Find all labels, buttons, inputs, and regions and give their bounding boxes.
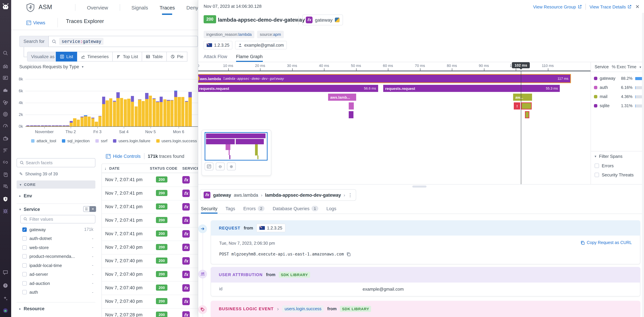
flame-minimap[interactable]: ⊖ ⊕ bbox=[202, 130, 271, 176]
chart-bar[interactable] bbox=[160, 96, 163, 126]
chart-bar[interactable] bbox=[73, 118, 76, 126]
checkbox[interactable] bbox=[22, 245, 27, 250]
table-row[interactable]: Nov 7, 2:07:40 pm200fx bbox=[102, 241, 198, 255]
flame-span-olive[interactable] bbox=[521, 102, 532, 109]
flame-span-![interactable]: ! bbox=[514, 102, 520, 109]
legend-item[interactable]: attack_tool bbox=[31, 139, 56, 143]
chat-icon[interactable] bbox=[3, 270, 8, 276]
chart-bar[interactable] bbox=[34, 125, 37, 126]
table-row[interactable]: Nov 7, 2:07:40 pm200fx bbox=[102, 268, 198, 282]
visualize-list-button[interactable]: List bbox=[56, 52, 77, 61]
chart-bar[interactable] bbox=[178, 97, 181, 126]
chart-bar[interactable] bbox=[30, 125, 33, 126]
checkbox[interactable] bbox=[594, 164, 599, 168]
detail-tab-logs[interactable]: Logs bbox=[326, 203, 336, 214]
chart-bar[interactable] bbox=[181, 97, 184, 126]
chart-bar[interactable] bbox=[131, 96, 134, 126]
search-facets-input[interactable] bbox=[16, 158, 96, 167]
detail-tab-tags[interactable]: Tags bbox=[226, 203, 235, 214]
checkbox[interactable] bbox=[22, 254, 27, 259]
chart-bar[interactable] bbox=[77, 120, 80, 126]
service-exec-row-sqlite[interactable]: sqlite1.31% bbox=[594, 102, 643, 109]
view-trace-details-link[interactable]: View Trace Details bbox=[590, 4, 632, 9]
facet-value-gateway[interactable]: ✓gateway171k bbox=[16, 225, 96, 234]
chart-bar[interactable] bbox=[102, 96, 105, 126]
chart-bar[interactable] bbox=[91, 118, 94, 126]
chart-bar[interactable] bbox=[59, 125, 62, 126]
views-button[interactable]: Views bbox=[26, 18, 45, 27]
detail-tab-errors[interactable]: Errors2 bbox=[243, 203, 265, 214]
filter-icon[interactable]: ☰ bbox=[83, 206, 90, 212]
tag-pill[interactable]: source:apm bbox=[257, 31, 284, 38]
visualize-timeseries-button[interactable]: Timeseries bbox=[77, 52, 113, 61]
facet-group-core[interactable]: ▾CORE bbox=[16, 180, 96, 189]
facet-env[interactable]: ▸Env bbox=[19, 193, 32, 198]
kebab-menu-icon[interactable]: ⋮ bbox=[348, 192, 352, 198]
detail-tab-security[interactable]: Security bbox=[201, 203, 218, 214]
filter-option-errors[interactable]: Errors bbox=[594, 163, 614, 168]
chart-bar[interactable] bbox=[170, 100, 174, 126]
table-row[interactable]: Nov 7, 2:07:40 pm200fx bbox=[102, 281, 198, 295]
nav-tab-signals[interactable]: Signals bbox=[126, 0, 154, 15]
infrastructure-icon[interactable] bbox=[3, 100, 8, 105]
chart-bar[interactable] bbox=[26, 125, 30, 126]
facet-value-ad-server[interactable]: ad-server- bbox=[16, 270, 96, 279]
checkbox[interactable] bbox=[22, 281, 27, 286]
chart-bar[interactable] bbox=[185, 101, 188, 127]
request-header[interactable]: REQUEST from 1.2.3.25 bbox=[211, 220, 640, 236]
chart-bar[interactable] bbox=[174, 91, 177, 126]
scrollbar[interactable] bbox=[642, 13, 644, 317]
close-icon[interactable]: ✕ bbox=[636, 4, 640, 10]
detail-tab-database-queries[interactable]: Database Queries1 bbox=[272, 203, 318, 214]
table-row[interactable]: Nov 7, 2:07:28 pm200fx bbox=[102, 308, 198, 317]
chart-bar[interactable] bbox=[167, 99, 170, 126]
checkbox[interactable] bbox=[594, 173, 599, 177]
user-pill[interactable]: example@gmail.com bbox=[235, 41, 287, 49]
ip-pill[interactable]: 1.2.3.25 bbox=[204, 41, 232, 49]
checkbox[interactable]: ✓ bbox=[22, 227, 27, 232]
ip-pill[interactable]: 1.2.3.25 bbox=[256, 224, 285, 232]
chart-bar[interactable] bbox=[120, 98, 123, 126]
facet-resource[interactable]: ▸Resource bbox=[19, 306, 44, 311]
search-input[interactable]: service:gateway bbox=[48, 36, 198, 47]
dashboard-icon[interactable] bbox=[3, 75, 8, 81]
event-pill[interactable]: users.login.success bbox=[282, 306, 324, 312]
chart-bar[interactable] bbox=[113, 100, 116, 127]
avatar-icon[interactable] bbox=[3, 308, 8, 314]
column-status-code[interactable]: STATUS CODE bbox=[150, 166, 178, 170]
service-pill[interactable]: fx gateway bbox=[302, 14, 343, 25]
chart-title[interactable]: Suspicious Requests by Type▾ bbox=[19, 64, 84, 69]
logs-icon[interactable] bbox=[3, 147, 8, 153]
chart-bar[interactable] bbox=[98, 116, 102, 127]
legend-item[interactable]: sql_injection bbox=[62, 139, 90, 143]
copy-icon[interactable] bbox=[346, 252, 351, 256]
tab-flame-graph[interactable]: Flame Graph bbox=[236, 51, 263, 62]
clear-filter-button[interactable]: ✕ bbox=[90, 206, 96, 212]
span-breadcrumb[interactable]: fx gateway aws.lambda › lambda-appsec-de… bbox=[200, 189, 356, 201]
visualize-pie-button[interactable]: Pie bbox=[167, 52, 188, 61]
zoom-out-button[interactable]: ⊖ bbox=[216, 163, 224, 170]
chart-bar[interactable] bbox=[188, 92, 192, 126]
chart-bar[interactable] bbox=[55, 125, 58, 126]
datadog-logo[interactable] bbox=[1, 2, 10, 11]
chart-bar[interactable] bbox=[163, 99, 166, 126]
suspicious-requests-chart[interactable]: NovemberThu 2Fri 3Sat 4Nov 5Mon 6 bbox=[25, 76, 198, 126]
chart-bar[interactable] bbox=[62, 125, 66, 126]
column-service[interactable]: SERVICE bbox=[182, 166, 198, 170]
legend-item[interactable]: users.login.success bbox=[156, 139, 197, 143]
flame-span-purple[interactable] bbox=[349, 111, 354, 118]
notebook-icon[interactable] bbox=[3, 172, 8, 178]
flame-span-aws.lambda[interactable]: aws.lambdalambda-appsec-demo-dev-gateway… bbox=[198, 74, 571, 83]
table-row[interactable]: Nov 7, 2:07:41 pm200fx bbox=[102, 200, 198, 214]
chart-bar[interactable] bbox=[156, 101, 159, 126]
chart-bar[interactable] bbox=[84, 115, 87, 127]
filter-spans-header[interactable]: ▾Filter Spans bbox=[594, 154, 622, 159]
chart-bar[interactable] bbox=[95, 121, 98, 126]
chart-bar[interactable] bbox=[41, 125, 44, 126]
hide-controls-button[interactable]: Hide Controls bbox=[106, 154, 141, 159]
checkbox[interactable] bbox=[22, 263, 27, 268]
chart-bar[interactable] bbox=[106, 100, 109, 126]
search-icon[interactable] bbox=[3, 50, 8, 56]
nav-tab-overview[interactable]: Overview bbox=[81, 0, 114, 15]
checkbox[interactable] bbox=[22, 236, 27, 241]
